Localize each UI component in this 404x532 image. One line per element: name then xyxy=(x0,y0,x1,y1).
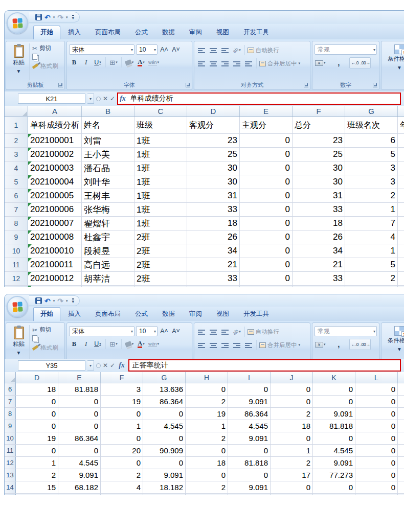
undo-icon[interactable]: ↶ xyxy=(44,297,51,305)
cell-x9[interactable] xyxy=(398,420,404,432)
cut-button[interactable]: ✂剪切 xyxy=(32,326,58,334)
format-painter-button[interactable]: 格式刷 xyxy=(32,344,58,352)
align-middle-button[interactable] xyxy=(208,327,218,337)
cell-G12[interactable]: 0 xyxy=(143,457,186,469)
row-header-6[interactable]: 6 xyxy=(5,189,28,202)
cell-D4[interactable]: 30 xyxy=(187,161,240,175)
cell-B9[interactable]: 杜鑫宇 xyxy=(82,230,134,244)
cell-L7[interactable]: 0 xyxy=(355,396,398,407)
cut-button[interactable]: ✂剪切 xyxy=(32,44,58,52)
name-box-dropdown-icon[interactable]: ▾ xyxy=(87,360,94,371)
cell-H6[interactable]: 0 xyxy=(186,383,228,395)
save-icon[interactable] xyxy=(35,14,42,20)
font-size-select[interactable]: 10▾ xyxy=(136,44,158,55)
font-color-button[interactable]: A▾ xyxy=(136,57,146,67)
cell-I10[interactable]: 9.091 xyxy=(228,432,271,444)
cell-H11[interactable]: 0 xyxy=(186,445,228,456)
dialog-launcher-icon[interactable] xyxy=(58,83,63,87)
column-header-E[interactable]: E xyxy=(240,106,293,117)
cell-Jx[interactable] xyxy=(271,494,313,495)
increase-decimal-button[interactable]: ←.0 xyxy=(350,58,360,68)
underline-button[interactable]: U▾ xyxy=(93,339,103,349)
row-header-5[interactable]: 5 xyxy=(5,175,28,189)
cell-x12[interactable] xyxy=(398,272,404,285)
cell-F9[interactable]: 1 xyxy=(101,420,143,432)
align-right-button[interactable] xyxy=(220,58,230,68)
column-header-D[interactable]: D xyxy=(16,372,58,383)
cell-D7[interactable]: 33 xyxy=(187,203,240,216)
tab-home[interactable]: 开始 xyxy=(33,26,60,39)
cell-F12[interactable]: 0 xyxy=(101,457,143,469)
cell-F1[interactable]: 总分 xyxy=(293,117,345,133)
cell-G11[interactable]: 90.909 xyxy=(143,445,186,456)
cell-K12[interactable]: 9.091 xyxy=(313,457,355,469)
cell-x14[interactable] xyxy=(398,481,404,493)
row-header-11[interactable]: 11 xyxy=(5,258,28,271)
cell-D1[interactable]: 客观分 xyxy=(187,117,240,133)
row-header-7[interactable]: 7 xyxy=(5,203,28,216)
cell-E4[interactable]: 0 xyxy=(240,161,293,175)
cell-C8[interactable]: 1班 xyxy=(134,217,187,230)
cell-F12[interactable]: 33 xyxy=(293,272,345,285)
cell-J11[interactable]: 1 xyxy=(271,445,313,456)
cell-A5[interactable]: 202100004 xyxy=(28,175,82,189)
cell-K6[interactable]: 0 xyxy=(313,383,355,395)
cell-Bx[interactable] xyxy=(82,286,134,287)
cell-K14[interactable]: 0 xyxy=(313,481,355,493)
cell-x6[interactable] xyxy=(398,383,404,395)
cell-F13[interactable]: 2 xyxy=(101,469,143,481)
cell-x9[interactable] xyxy=(398,230,404,244)
cell-C10[interactable]: 2班 xyxy=(134,244,187,258)
formula-input[interactable]: 单科成绩分析 xyxy=(127,94,400,103)
cell-G1[interactable]: 班级名次 xyxy=(345,117,398,133)
fill-color-button[interactable]: ▾ xyxy=(124,57,134,67)
bold-button[interactable]: B xyxy=(69,57,79,67)
cell-I13[interactable]: 0 xyxy=(228,469,271,481)
cell-D9[interactable]: 0 xyxy=(16,420,58,432)
dialog-launcher-icon[interactable] xyxy=(373,83,377,87)
cell-C11[interactable]: 2班 xyxy=(134,258,187,271)
cell-D12[interactable]: 33 xyxy=(187,272,240,285)
customize-quick-access-icon[interactable]: ▾ xyxy=(72,15,75,20)
cell-G8[interactable]: 0 xyxy=(143,408,186,420)
cell-D14[interactable]: 15 xyxy=(16,481,58,493)
column-header-G[interactable]: G xyxy=(345,106,398,117)
copy-button[interactable] xyxy=(32,54,58,61)
cell-G14[interactable]: 18.182 xyxy=(143,481,186,493)
decrease-indent-button[interactable] xyxy=(232,58,242,68)
cell-F6[interactable]: 31 xyxy=(293,189,345,202)
cell-B10[interactable]: 段昶昱 xyxy=(82,244,134,258)
decrease-decimal-button[interactable]: .00→ xyxy=(360,339,370,350)
cell-A6[interactable]: 202100005 xyxy=(28,189,82,202)
row-header-9[interactable]: 9 xyxy=(5,230,28,244)
insert-function-icon[interactable]: fx xyxy=(118,95,127,103)
cell-E5[interactable]: 0 xyxy=(240,175,293,189)
cell-G6[interactable]: 13.636 xyxy=(143,383,186,395)
cell-x11[interactable] xyxy=(398,445,404,456)
cell-I7[interactable]: 9.091 xyxy=(228,396,271,407)
phonetic-button[interactable]: wén▾ xyxy=(148,339,160,349)
column-header-J[interactable]: J xyxy=(271,372,313,383)
cell-x5[interactable] xyxy=(398,175,404,189)
cell-G9[interactable]: 4.545 xyxy=(143,420,186,432)
cell-G6[interactable]: 2 xyxy=(345,189,398,202)
cell-D11[interactable]: 21 xyxy=(187,258,240,271)
column-header-F[interactable]: F xyxy=(293,106,345,117)
office-button[interactable] xyxy=(7,296,28,317)
cell-B5[interactable]: 刘叶华 xyxy=(82,175,134,189)
cell-Fx[interactable] xyxy=(293,286,345,287)
italic-button[interactable]: I xyxy=(81,339,91,349)
cell-E8[interactable]: 0 xyxy=(240,217,293,230)
cell-J9[interactable]: 18 xyxy=(271,420,313,432)
row-header-13[interactable]: 13 xyxy=(5,469,16,481)
formula-input[interactable]: 正答率统计 xyxy=(129,361,400,370)
align-left-button[interactable] xyxy=(196,340,207,350)
decrease-decimal-button[interactable]: .00→ xyxy=(360,58,370,68)
cell-I11[interactable]: 0 xyxy=(228,445,271,456)
cell-J7[interactable]: 0 xyxy=(271,396,313,407)
accounting-format-button[interactable]: ¥▾ xyxy=(315,58,326,68)
align-bottom-button[interactable] xyxy=(220,45,230,55)
cell-G7[interactable]: 86.364 xyxy=(143,396,186,407)
column-header-K[interactable]: K xyxy=(313,372,355,383)
row-header-8[interactable]: 8 xyxy=(5,217,28,230)
